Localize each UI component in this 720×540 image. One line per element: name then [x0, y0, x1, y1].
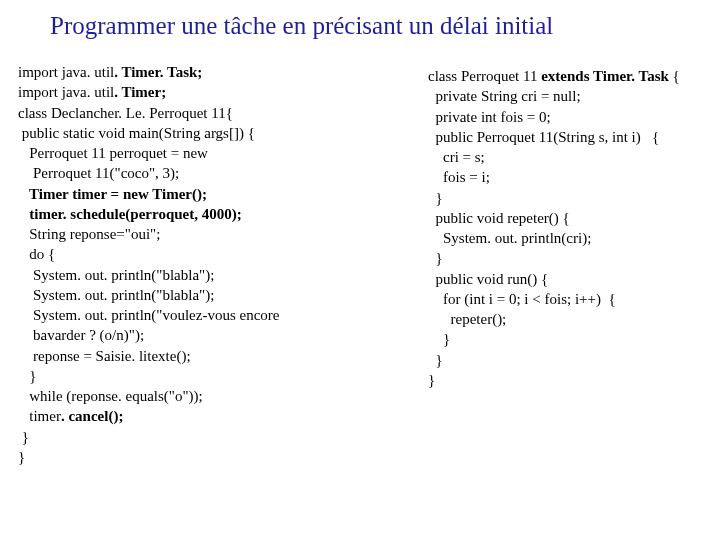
slide-title: Programmer une tâche en précisant un dél… [0, 0, 720, 40]
code-line: } [18, 366, 428, 386]
code-line: String reponse="oui"; [18, 224, 428, 244]
code-line: do { [18, 244, 428, 264]
code-line: } [428, 350, 706, 370]
code-line: private int fois = 0; [428, 107, 706, 127]
code-line: public static void main(String args[]) { [18, 123, 428, 143]
code-line: Perroquet 11("coco", 3); [18, 163, 428, 183]
code-line: System. out. println(cri); [428, 228, 706, 248]
slide: Programmer une tâche en précisant un dél… [0, 0, 720, 540]
code-line: class Perroquet 11 extends Timer. Task { [428, 66, 706, 86]
code-line: } [428, 370, 706, 390]
code-line: import java. util. Timer. Task; [18, 62, 428, 82]
code-line: timer. cancel(); [18, 406, 428, 426]
code-line: } [428, 248, 706, 268]
code-line: } [428, 329, 706, 349]
code-line: } [428, 188, 706, 208]
code-line: System. out. println("blabla"); [18, 285, 428, 305]
code-line: } [18, 427, 428, 447]
code-line: public Perroquet 11(String s, int i) { [428, 127, 706, 147]
code-line: bavarder ? (o/n)"); [18, 325, 428, 345]
code-line: System. out. println("voulez-vous encore [18, 305, 428, 325]
code-line: public void run() { [428, 269, 706, 289]
code-line: Timer timer = new Timer(); [18, 184, 428, 204]
code-line: timer. schedule(perroquet, 4000); [18, 204, 428, 224]
code-line: System. out. println("blabla"); [18, 265, 428, 285]
code-left-column: import java. util. Timer. Task; import j… [18, 62, 428, 467]
content-area: import java. util. Timer. Task; import j… [0, 40, 720, 467]
code-line: fois = i; [428, 167, 706, 187]
code-line: import java. util. Timer; [18, 82, 428, 102]
code-line: class Declancher. Le. Perroquet 11{ [18, 103, 428, 123]
code-line: public void repeter() { [428, 208, 706, 228]
code-line: while (reponse. equals("o")); [18, 386, 428, 406]
code-line: Perroquet 11 perroquet = new [18, 143, 428, 163]
code-line: } [18, 447, 428, 467]
code-line: cri = s; [428, 147, 706, 167]
code-line: for (int i = 0; i < fois; i++) { [428, 289, 706, 309]
code-line: private String cri = null; [428, 86, 706, 106]
code-line: reponse = Saisie. litexte(); [18, 346, 428, 366]
code-line: repeter(); [428, 309, 706, 329]
code-right-column: class Perroquet 11 extends Timer. Task {… [428, 62, 706, 467]
